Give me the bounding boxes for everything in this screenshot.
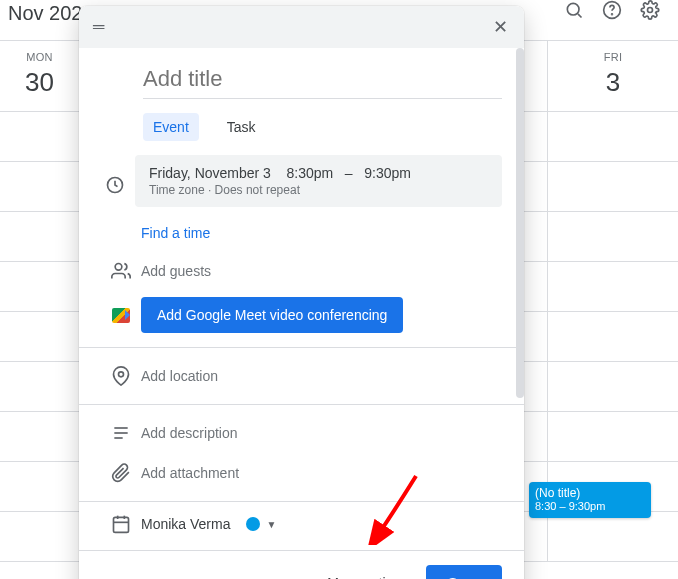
svg-point-4 [648,8,653,13]
calendar-icon [101,514,141,534]
event-start-time: 8:30pm [286,165,333,181]
svg-rect-11 [114,517,129,532]
organizer-name[interactable]: Monika Verma [141,516,230,532]
event-editor-modal: ═ ✕ Event Task Friday, November 3 8:30pm… [79,6,524,579]
day-num-mon[interactable]: 30 [0,67,79,98]
event-end-time: 9:30pm [364,165,411,181]
event-time-block[interactable]: Friday, November 3 8:30pm – 9:30pm Time … [135,155,502,207]
calendar-event-chip[interactable]: (No title) 8:30 – 9:30pm [529,482,651,518]
settings-icon[interactable] [640,0,660,24]
svg-point-7 [119,372,124,377]
event-date: Friday, November 3 [149,165,271,181]
event-title-input[interactable] [143,64,502,99]
attachment-icon [101,463,141,483]
drag-handle-icon[interactable]: ═ [89,14,108,40]
location-icon [101,366,141,386]
event-time-sub: Time zone · Does not repeat [149,183,488,197]
google-meet-icon [101,308,141,323]
save-button[interactable]: Save [426,565,502,579]
search-icon[interactable] [564,0,584,24]
chevron-down-icon[interactable]: ▼ [266,519,276,530]
time-separator: – [345,165,353,181]
svg-point-3 [612,14,613,15]
clock-icon [105,175,125,199]
event-chip-time: 8:30 – 9:30pm [535,500,645,512]
close-icon[interactable]: ✕ [487,10,514,44]
add-location-input[interactable]: Add location [141,368,502,384]
add-guests-input[interactable]: Add guests [141,263,502,279]
description-icon [101,423,141,443]
help-icon[interactable] [602,0,622,24]
day-label-mon: MON [0,51,79,63]
more-options-button[interactable]: More options [327,575,408,579]
svg-point-0 [567,3,579,15]
add-attachment-input[interactable]: Add attachment [141,465,502,481]
add-description-input[interactable]: Add description [141,425,502,441]
add-google-meet-button[interactable]: Add Google Meet video conferencing [141,297,403,333]
day-label-fri: FRI [548,51,678,63]
svg-point-6 [115,264,122,271]
tab-event[interactable]: Event [143,113,199,141]
calendar-color-dot[interactable] [246,517,260,531]
find-a-time-link[interactable]: Find a time [79,215,524,251]
svg-line-1 [578,14,582,18]
tab-task[interactable]: Task [217,113,266,141]
event-chip-title: (No title) [535,486,645,500]
day-num-fri[interactable]: 3 [548,67,678,98]
people-icon [101,261,141,281]
scrollbar[interactable] [516,48,524,398]
